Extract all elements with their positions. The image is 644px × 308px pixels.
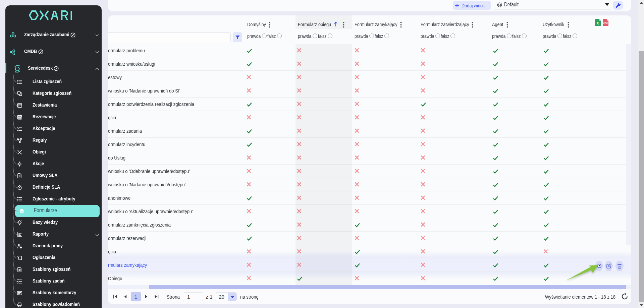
svg-text:PDF: PDF [603, 22, 608, 24]
svg-text:X: X [597, 21, 599, 25]
